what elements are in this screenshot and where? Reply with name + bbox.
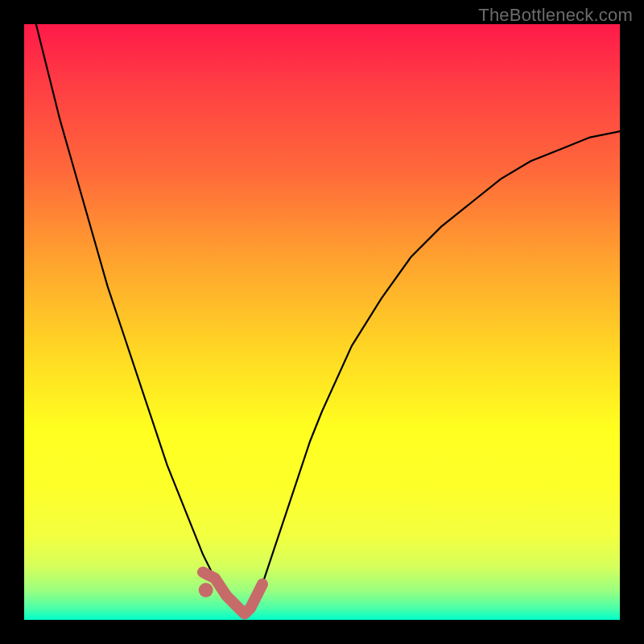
bottleneck-curve <box>24 24 620 614</box>
plot-svg <box>24 24 620 620</box>
watermark-text: TheBottleneck.com <box>478 5 633 26</box>
valley-dot <box>199 583 213 597</box>
chart-area <box>24 24 620 620</box>
